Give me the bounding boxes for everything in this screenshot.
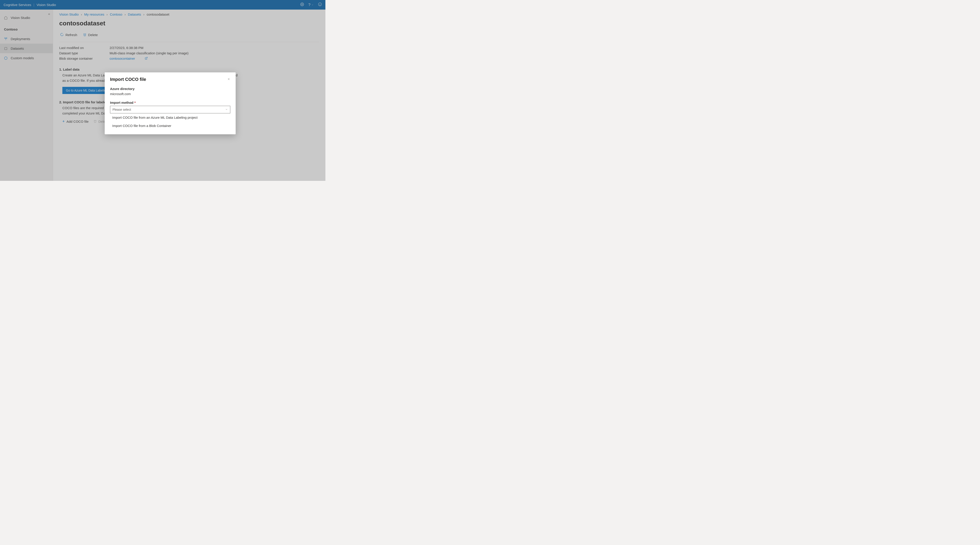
field-label: Azure directory: [110, 87, 230, 91]
modal-title: Import COCO file: [110, 77, 146, 82]
field-value: microsoft.com: [110, 92, 230, 96]
import-method-field: Import method * Please select Import COC…: [110, 101, 230, 130]
modal-header: Import COCO file: [110, 77, 230, 82]
chevron-down-icon: [225, 108, 228, 111]
select-option-blob[interactable]: Import COCO file from a Blob Container: [110, 122, 230, 130]
import-method-select[interactable]: Please select: [110, 106, 230, 113]
select-placeholder: Please select: [113, 108, 131, 111]
method-label-text: Import method: [110, 101, 134, 105]
import-coco-modal: Import COCO file Azure directory microso…: [105, 72, 235, 134]
select-option-azure-ml[interactable]: Import COCO file from an Azure ML Data L…: [110, 113, 230, 122]
azure-directory-field: Azure directory microsoft.com: [110, 87, 230, 96]
close-icon[interactable]: [227, 78, 230, 81]
required-asterisk: *: [134, 101, 136, 105]
field-label: Import method *: [110, 101, 230, 105]
select-dropdown: Import COCO file from an Azure ML Data L…: [110, 113, 230, 130]
